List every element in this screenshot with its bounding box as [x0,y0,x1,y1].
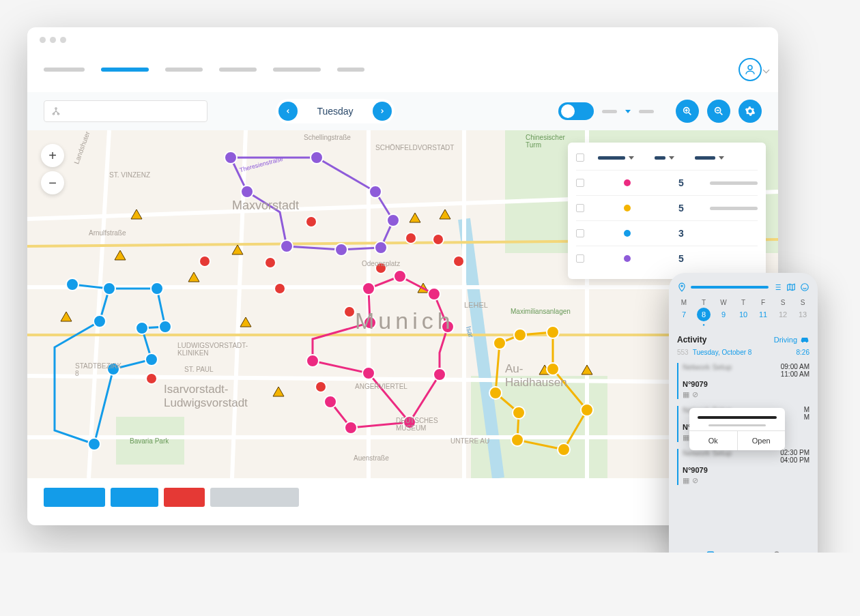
svg-point-55 [513,407,525,419]
nav-item-4[interactable] [219,68,257,72]
svg-point-54 [511,434,524,446]
toolbar-placeholder-1 [602,110,617,113]
settings-button[interactable] [739,100,762,123]
legend-header [576,151,758,170]
phone-tab-list[interactable] [677,546,743,553]
legend-checkbox-1[interactable] [576,179,584,187]
cal-day: T [736,299,750,306]
cal-date[interactable]: 11 [756,308,770,321]
svg-point-1 [55,108,57,109]
phone-mockup: M T W T F S S 7 8 9 10 11 12 13 ● Activi… [669,273,818,553]
nav-item-1[interactable] [44,68,85,72]
hierarchy-icon [51,106,61,116]
search-input[interactable] [44,100,207,122]
day-selector: Tuesday [276,99,394,123]
calendar-small-icon: ▦ [683,390,689,399]
svg-point-39 [403,416,416,428]
window-dot-max[interactable] [60,37,66,43]
bottom-btn-1[interactable] [44,488,105,507]
toggle-switch[interactable] [558,102,594,120]
cal-date-active[interactable]: 8 [697,308,711,321]
svg-rect-8 [116,417,184,465]
act-id: N°9079 [683,380,809,388]
act-time-end: 11:00 AM [781,370,809,378]
zoom-out-button[interactable]: − [41,171,64,194]
legend-count-2: 5 [678,203,684,214]
popup-open-button[interactable]: Open [738,431,786,450]
window-dot-close[interactable] [40,37,46,43]
chevron-down-icon[interactable] [669,156,674,160]
legend-row-4[interactable]: 5 [576,246,758,271]
clipboard-icon [704,550,717,553]
zoom-in-button[interactable]: + [41,144,64,167]
bottom-btn-2[interactable] [111,488,158,507]
svg-point-11 [265,257,276,268]
cal-date[interactable]: 13 [796,308,809,321]
legend-dot-yellow [624,205,631,211]
svg-point-25 [387,214,399,226]
phone-header [677,282,809,292]
sub-date: Tuesday, October 8 [693,349,752,356]
legend-count-1: 5 [678,177,684,188]
svg-point-51 [547,363,559,375]
bottom-bar [27,478,778,516]
next-day-button[interactable] [373,102,392,121]
legend-checkbox-4[interactable] [576,254,584,263]
legend-checkbox-all[interactable] [576,153,584,162]
cal-date[interactable]: 9 [717,308,730,321]
nav-item-2-active[interactable] [101,68,149,72]
svg-point-36 [151,282,163,295]
phone-tab-profile[interactable] [743,546,809,553]
legend-dot-purple [624,255,631,262]
car-icon [800,335,809,344]
svg-point-19 [453,256,464,267]
svg-point-0 [748,65,752,70]
caret-down-icon[interactable] [625,110,631,113]
zoom-in-toolbar-button[interactable] [676,100,699,123]
smile-icon[interactable] [800,282,809,292]
nav-item-3[interactable] [165,68,203,72]
map-area[interactable]: Munich Maxvorstadt LEHEL SCHÖNFELDVORSTA… [27,130,778,478]
svg-point-12 [274,283,285,294]
legend-row-1[interactable]: 5 [576,170,758,195]
driving-mode[interactable]: Driving [774,335,809,344]
bottom-btn-3[interactable] [164,488,205,507]
window-dot-min[interactable] [50,37,56,43]
svg-point-57 [681,285,683,287]
activity-item-1[interactable]: Network Setup09:00 AM11:00 AM N°9079 ▦⊘ [677,363,809,399]
cal-day: W [717,299,730,306]
legend-checkbox-3[interactable] [576,229,584,237]
svg-point-40 [362,367,375,379]
legend-checkbox-2[interactable] [576,204,584,212]
prev-day-button[interactable] [278,102,298,121]
zoom-out-toolbar-button[interactable] [707,100,730,123]
cal-day: M [677,299,691,306]
sub-time: 8:26 [797,349,809,356]
chevron-down-icon[interactable] [629,156,634,160]
profile-button[interactable] [739,58,762,81]
activity-header: Activity Driving [677,335,809,344]
nav-item-5[interactable] [273,68,321,72]
svg-point-3 [57,113,59,115]
cal-date[interactable]: 12 [776,308,790,321]
svg-point-43 [362,282,375,295]
cal-date[interactable]: 10 [736,308,750,321]
popup-ok-button[interactable]: Ok [689,431,738,450]
legend-count-4: 5 [678,253,684,264]
legend-row-2[interactable]: 5 [576,195,758,220]
svg-point-30 [94,315,106,327]
cal-date[interactable]: 7 [677,308,691,321]
map-icon[interactable] [786,282,796,292]
user-icon [744,63,756,76]
calendar-small-icon: ▦ [683,476,689,485]
svg-point-42 [364,317,376,329]
chevron-down-icon[interactable] [719,156,724,160]
svg-point-33 [145,353,158,366]
bottom-btn-4[interactable] [210,488,299,507]
nav-item-6[interactable] [337,68,364,72]
legend-row-3[interactable]: 3 [576,220,758,246]
list-icon[interactable] [773,282,782,292]
activity-item-3[interactable]: Network Setup02:30 PM04:00 PM N°9079 ▦⊘ [677,449,809,485]
window-controls [27,27,778,53]
legend-dot-blue [624,230,631,237]
